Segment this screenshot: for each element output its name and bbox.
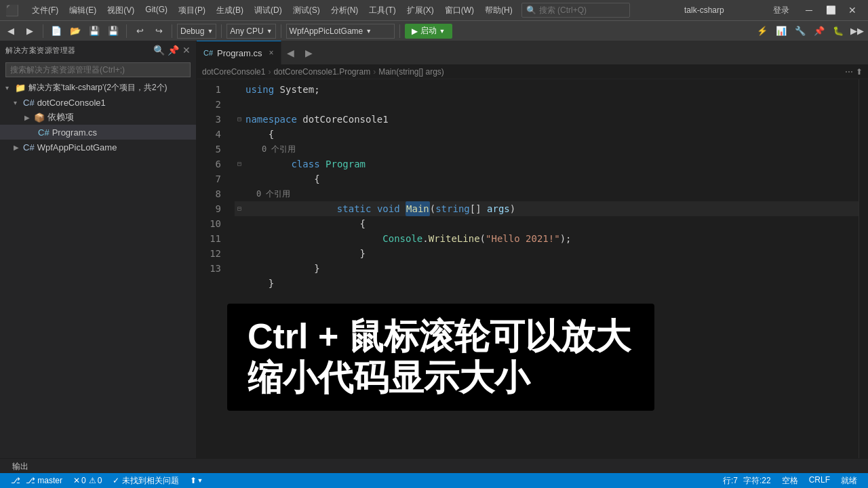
breadcrumb-collapse-icon[interactable]: ⬆ xyxy=(856,67,863,77)
toolbar-undo[interactable]: ↩ xyxy=(132,23,148,39)
restore-button[interactable]: ⬜ xyxy=(821,3,841,17)
git-branch-item[interactable]: ⎇ ⎇ master xyxy=(5,473,68,488)
deps-icon: 📦 xyxy=(34,113,45,123)
sep6 xyxy=(399,24,400,38)
menu-git[interactable]: Git(G) xyxy=(140,3,172,18)
toolbar-extra6[interactable]: ▶▶ xyxy=(849,23,865,39)
sidebar-close-icon[interactable]: ✕ xyxy=(182,45,191,56)
code-line-12: } xyxy=(235,276,859,291)
toolbar-extra3[interactable]: 🔧 xyxy=(792,23,808,39)
menu-window[interactable]: 窗口(W) xyxy=(440,3,479,18)
tab-extra-right: ▶ xyxy=(300,41,318,64)
window-title: talk-csharp xyxy=(639,5,769,15)
breadcrumb-part2[interactable]: dotCoreConsole1.Program xyxy=(273,67,370,77)
toolbar-save[interactable]: 💾 xyxy=(86,23,102,39)
menu-view[interactable]: 视图(V) xyxy=(102,3,139,18)
spaces-item[interactable]: 空格 xyxy=(776,475,804,487)
toolbar-forward[interactable]: ▶ xyxy=(22,23,38,39)
git-branch-icon: ⎇ xyxy=(11,476,20,485)
tab-extra-left: ◀ xyxy=(281,41,300,64)
menu-extensions[interactable]: 扩展(X) xyxy=(402,3,439,18)
fold-btn-7[interactable]: ⊟ xyxy=(235,204,244,214)
debug-config-label: Debug xyxy=(180,26,204,36)
title-bar: ⬛ 文件(F) 编辑(E) 视图(V) Git(G) 项目(P) 生成(B) 调… xyxy=(0,0,868,20)
sidebar-search-input[interactable] xyxy=(5,62,191,77)
project-label: WpfAppPicLotGame xyxy=(290,26,363,36)
fold-btn-3[interactable]: ⊟ xyxy=(235,115,244,124)
solution-tree: ▾ 📁 解决方案'talk-csharp'(2个项目，共2个) ▾ C# dot… xyxy=(0,80,196,155)
breadcrumb-sep1: › xyxy=(268,67,271,77)
platform-dropdown[interactable]: Any CPU ▼ xyxy=(226,24,275,39)
project-dropdown[interactable]: WpfAppPicLotGame ▼ xyxy=(286,24,395,39)
sep2 xyxy=(126,24,127,38)
global-search-box[interactable]: 🔍 xyxy=(521,3,630,18)
tab-close-button[interactable]: × xyxy=(269,48,274,58)
sidebar-item-wpfapp[interactable]: ▶ C# WpfAppPicLotGame xyxy=(0,140,196,155)
toolbar-redo[interactable]: ↪ xyxy=(151,23,167,39)
breadcrumb-sep2: › xyxy=(373,67,376,77)
sidebar-pin-icon[interactable]: 📌 xyxy=(167,45,180,56)
code-line-6: { xyxy=(235,171,859,186)
error-count: 0 xyxy=(81,476,86,485)
encoding-item[interactable]: CRLF xyxy=(804,475,835,485)
toolbar-back[interactable]: ◀ xyxy=(3,23,19,39)
fold-btn-5[interactable]: ⊟ xyxy=(235,159,244,169)
error-icon: ✕ xyxy=(73,476,80,485)
breadcrumb-part3[interactable]: Main(string[] args) xyxy=(378,67,444,77)
sidebar-search-icon[interactable]: 🔍 xyxy=(153,45,165,56)
solution-icon: 📁 xyxy=(15,83,26,93)
menu-debug[interactable]: 调试(D) xyxy=(250,3,287,18)
code-line-3: ⊟ namespace dotCoreConsole1 xyxy=(235,112,859,127)
toolbar-new[interactable]: 📄 xyxy=(48,23,64,39)
dotcore-arrow-icon: ▾ xyxy=(14,99,20,106)
sidebar-icons: 🔍 📌 ✕ xyxy=(153,45,191,56)
encoding-label: CRLF xyxy=(809,475,830,485)
sep1 xyxy=(43,24,43,38)
sidebar-item-program-cs[interactable]: C# Program.cs xyxy=(0,125,196,140)
project-chevron-icon: ▼ xyxy=(366,28,372,35)
code-line-9: Console.WriteLine("Hello 2021!"); xyxy=(235,231,859,246)
toolbar-saveall[interactable]: 💾 xyxy=(105,23,121,39)
editor-scrollbar[interactable] xyxy=(859,79,868,458)
code-line-2 xyxy=(235,97,859,112)
menu-edit[interactable]: 编辑(E) xyxy=(64,3,101,18)
line-col-item[interactable]: 行:7 字符:22 xyxy=(717,475,776,487)
sidebar: 解决方案资源管理器 🔍 📌 ✕ ▾ 📁 解决方案'talk-csharp'(2个… xyxy=(0,41,197,458)
menu-project[interactable]: 项目(P) xyxy=(174,3,210,18)
global-search-input[interactable] xyxy=(539,5,614,15)
menu-test[interactable]: 测试(S) xyxy=(288,3,325,18)
run-button[interactable]: ▶ 启动 ▼ xyxy=(405,24,452,39)
toolbar-extra4[interactable]: 📌 xyxy=(811,23,827,39)
breadcrumb-expand-icon[interactable]: ⋯ xyxy=(845,67,853,77)
menu-build[interactable]: 生成(B) xyxy=(212,3,248,18)
debug-config-dropdown[interactable]: Debug ▼ xyxy=(177,24,216,39)
toolbar-open[interactable]: 📂 xyxy=(67,23,83,39)
minimize-button[interactable]: ─ xyxy=(799,3,819,17)
sidebar-title: 解决方案资源管理器 xyxy=(5,45,76,56)
toolbar-extra2[interactable]: 📊 xyxy=(773,23,789,39)
sidebar-item-deps[interactable]: ▶ 📦 依赖项 xyxy=(0,110,196,125)
sidebar-item-dotcoreconsole[interactable]: ▾ C# dotCoreConsole1 xyxy=(0,95,196,110)
chevron-down-icon: ▼ xyxy=(207,28,213,35)
toolbar-extra1[interactable]: ⚡ xyxy=(754,23,770,39)
menu-tools[interactable]: 工具(T) xyxy=(364,3,400,18)
git-branch-label: ⎇ master xyxy=(26,476,62,485)
project1-label: dotCoreConsole1 xyxy=(37,98,106,108)
toolbar-extra5[interactable]: 🐛 xyxy=(830,23,846,39)
error-count-item[interactable]: ✕ 0 ⚠ 0 xyxy=(68,473,107,488)
tab-program-cs[interactable]: C# Program.cs × xyxy=(197,41,281,64)
menu-bar[interactable]: 文件(F) 编辑(E) 视图(V) Git(G) 项目(P) 生成(B) 调试(… xyxy=(27,3,517,18)
login-button[interactable]: 登录 xyxy=(773,5,789,16)
problems-item[interactable]: ✓ 未找到相关问题 xyxy=(107,473,184,488)
play-icon: ▶ xyxy=(412,26,418,36)
menu-file[interactable]: 文件(F) xyxy=(27,3,63,18)
menu-help[interactable]: 帮助(H) xyxy=(480,3,517,18)
begin-label-item[interactable]: 就绪 xyxy=(835,475,863,487)
sidebar-search-container[interactable] xyxy=(0,60,196,80)
close-button[interactable]: ✕ xyxy=(842,3,863,17)
breadcrumb-part1[interactable]: dotCoreConsole1 xyxy=(202,67,265,77)
solution-root[interactable]: ▾ 📁 解决方案'talk-csharp'(2个项目，共2个) xyxy=(0,80,196,95)
editor: C# Program.cs × ◀ ▶ dotCoreConsole1 › do… xyxy=(197,41,868,458)
search-icon: 🔍 xyxy=(526,5,536,15)
menu-analyze[interactable]: 分析(N) xyxy=(326,3,363,18)
